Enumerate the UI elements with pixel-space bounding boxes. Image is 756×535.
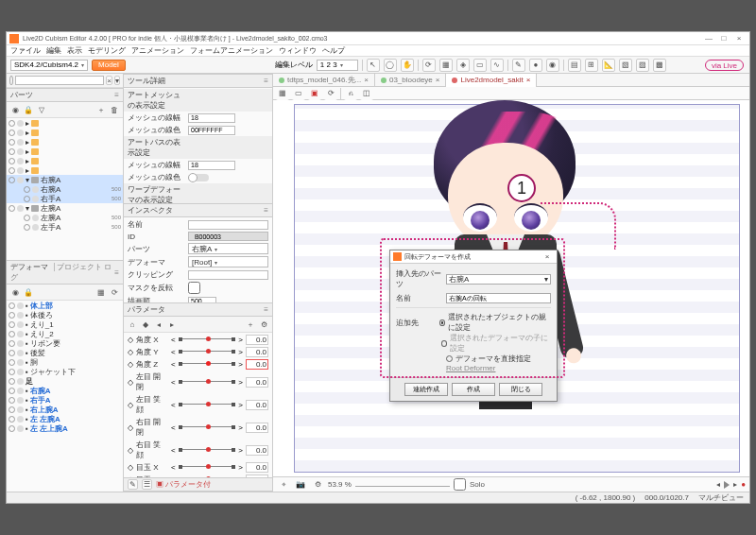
param-opt-icon[interactable]: ⚙ [258, 319, 269, 330]
parts-del-icon[interactable]: 🗑 [109, 104, 120, 115]
tool-glue-icon[interactable]: ▭ [473, 59, 487, 72]
close-button[interactable]: × [731, 34, 747, 43]
param-slider[interactable] [179, 351, 236, 356]
tool-snap-icon[interactable]: ⊞ [585, 59, 598, 72]
panel-menu-icon[interactable]: ≡ [264, 77, 268, 85]
maximize-button[interactable]: □ [716, 34, 731, 43]
param-rec-icon[interactable]: ▣ パラメータ付 [156, 479, 211, 490]
param-slider[interactable] [179, 363, 236, 369]
tab-close-icon[interactable]: × [526, 76, 531, 84]
menu-formanim[interactable]: フォームアニメーション [190, 45, 273, 56]
canvas-mesh-icon[interactable]: ▦ [276, 87, 289, 100]
canvas-tab-active[interactable]: Live2dmodel_sakit× [446, 74, 537, 87]
menu-window[interactable]: ウィンドウ [279, 45, 317, 56]
zoom-slider[interactable] [355, 486, 450, 487]
canvas-rot-icon[interactable]: ⟳ [324, 87, 337, 100]
tab-project[interactable]: プロジェクト [57, 263, 102, 271]
canvas-settings-icon[interactable]: ⚙ [311, 478, 324, 492]
mesh-linewidth-input[interactable] [188, 113, 235, 123]
parts-visible-icon[interactable]: ◉ [9, 104, 21, 115]
next-frame-icon[interactable]: ▸ [733, 480, 737, 489]
parts-add-icon[interactable]: ＋ [95, 104, 107, 115]
menu-edit[interactable]: 編集 [46, 45, 61, 56]
deformer-rot-icon[interactable]: ⟳ [109, 286, 120, 298]
canvas-deform-icon[interactable]: ▣ [308, 87, 321, 100]
sdk-combo[interactable]: SDK4.2/Cubism4.2 [10, 60, 88, 71]
param-prev-icon[interactable]: ◂ [153, 319, 164, 330]
parts-filter-icon[interactable]: ▽ [36, 104, 47, 115]
menu-help[interactable]: ヘルプ [322, 45, 345, 56]
insp-clip-input[interactable] [188, 270, 268, 280]
canvas-tab[interactable]: tdtps_model_046.先...× [273, 74, 375, 87]
param-key-icon[interactable]: ◆ [140, 319, 151, 330]
vialive-button[interactable]: via Live [705, 60, 744, 71]
insp-id-input[interactable] [188, 232, 268, 241]
menu-file[interactable]: ファイル [10, 45, 41, 56]
viewtype-combo[interactable]: マルチビュー [698, 492, 744, 503]
solo-check[interactable] [454, 478, 466, 491]
param-slider[interactable] [179, 466, 236, 472]
artpath-color-swatch[interactable] [188, 174, 209, 181]
panel-menu-icon[interactable]: ≡ [114, 268, 119, 277]
tool-ruler-icon[interactable]: 📐 [602, 59, 615, 72]
rec-icon[interactable]: ● [741, 480, 746, 489]
tool-bg-icon[interactable]: ▩ [653, 59, 666, 72]
search-opt-icon[interactable]: ▾ [114, 76, 120, 85]
canvas-tab[interactable]: 03_bloodeye× [375, 74, 447, 87]
param-edit-icon[interactable]: ✎ [128, 479, 138, 490]
parts-tree[interactable]: ▸ ▸ ▸ ▸ ▸ ▸ ▾右腕A 右腕A500 右手A500 ▾左腕A 左腕A5… [7, 118, 123, 260]
param-default-icon[interactable]: ⌂ [127, 319, 138, 330]
canvas-bone-icon[interactable]: ⎌ [344, 87, 357, 100]
search-input[interactable] [15, 76, 104, 85]
tab-close-icon[interactable]: × [436, 76, 440, 84]
deformer-tree[interactable]: ▪体上部 ▪体後ろ ▪えり_1 ▪えり_2 ▪リボン要 ▪後髪 ▪胴 ▪ジャケッ… [7, 301, 123, 492]
mesh-linecolor-input[interactable] [188, 126, 235, 135]
menu-modeling[interactable]: モデリング [88, 45, 126, 56]
tool-grid-icon[interactable]: ▤ [568, 59, 581, 72]
artpath-linewidth-input[interactable] [188, 161, 235, 170]
insp-parts-combo[interactable]: 右腕A [188, 243, 268, 254]
deformer-warp-icon[interactable]: ▦ [95, 286, 107, 298]
tool-rotatedeform-icon[interactable]: ⟳ [422, 59, 436, 72]
tool-brush-icon[interactable]: ✎ [512, 59, 525, 72]
tool-warpdeform-icon[interactable]: ▦ [439, 59, 453, 72]
minimize-button[interactable]: — [701, 34, 716, 43]
panel-menu-icon[interactable]: ≡ [264, 206, 268, 215]
tab-close-icon[interactable]: × [364, 76, 369, 84]
menu-view[interactable]: 表示 [67, 45, 82, 56]
param-slider[interactable] [179, 426, 236, 432]
continuous-create-button[interactable]: 連続作成 [404, 383, 448, 396]
tool-path-icon[interactable]: ∿ [490, 59, 504, 72]
menu-animation[interactable]: アニメーション [131, 45, 184, 56]
tool-mesh-icon[interactable]: ◈ [456, 59, 470, 72]
canvas-select-icon[interactable]: ▭ [292, 87, 305, 100]
insp-name-input[interactable] [188, 220, 268, 230]
play-icon[interactable] [724, 481, 730, 489]
model-mode-button[interactable]: Model [92, 60, 126, 71]
parts-lock-icon[interactable]: 🔒 [23, 104, 34, 115]
tool-lasso-icon[interactable]: ◯ [384, 59, 397, 72]
tool-eye-icon[interactable]: ◉ [546, 59, 559, 72]
tool-paint-icon[interactable]: ▨ [636, 59, 649, 72]
param-list[interactable]: ◇角度 X<>0.0 ◇角度 Y<>0.0 ◇角度 Z<>0.0 ◇左目 開閉<… [124, 333, 272, 477]
param-slider[interactable] [179, 381, 236, 387]
deformer-lock-icon[interactable]: 🔒 [23, 286, 34, 298]
param-slider[interactable] [179, 404, 236, 409]
create-button[interactable]: 作成 [452, 383, 495, 396]
panel-menu-icon[interactable]: ≡ [264, 305, 268, 314]
param-next-icon[interactable]: ▸ [166, 319, 178, 330]
panel-menu-icon[interactable]: ≡ [114, 91, 119, 99]
tool-arrow-icon[interactable]: ↖ [367, 59, 380, 72]
tool-hand-icon[interactable]: ✋ [401, 59, 414, 72]
tab-deformer[interactable]: デフォーマ [10, 263, 55, 271]
canvas-focus-icon[interactable]: ⌖ [277, 478, 290, 492]
param-slider[interactable] [179, 449, 236, 455]
insp-deformer-combo[interactable]: [Root] [188, 256, 268, 268]
param-list-icon[interactable]: ☰ [142, 479, 152, 490]
canvas-cam-icon[interactable]: 📷 [294, 478, 307, 492]
prev-frame-icon[interactable]: ◂ [716, 480, 720, 489]
close-dialog-button[interactable]: 閉じる [499, 383, 542, 396]
tool-texture-icon[interactable]: ▧ [619, 59, 632, 72]
param-slider[interactable] [179, 338, 236, 344]
editlevel-combo[interactable]: 1 2 3 [317, 60, 358, 71]
